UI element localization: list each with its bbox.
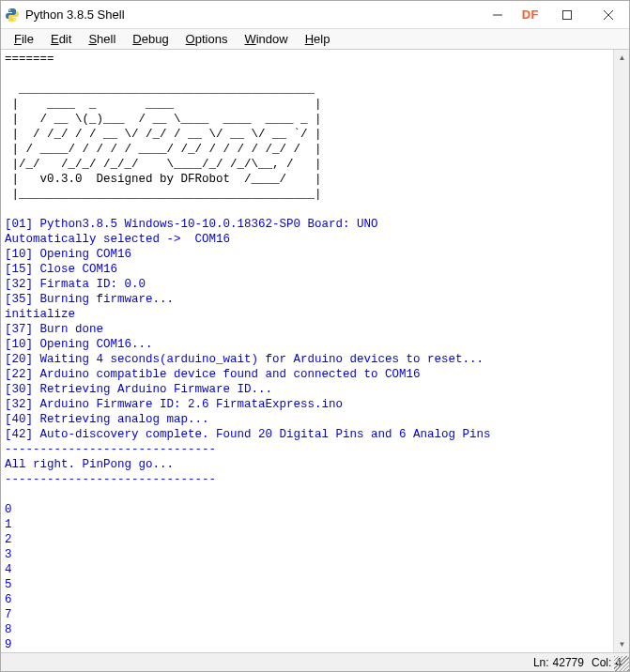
output-line: [35] Burning firmware... xyxy=(5,293,174,306)
svg-point-1 xyxy=(14,19,16,21)
output-line: [22] Arduino compatible device found and… xyxy=(5,368,421,381)
output-line: ======= xyxy=(5,53,54,66)
output-line: [30] Retrieving Arduino Firmware ID... xyxy=(5,383,272,396)
watermark: DF xyxy=(522,8,539,22)
output-num: 3 xyxy=(5,548,12,561)
output-num: 0 xyxy=(5,503,12,516)
output-line: [15] Close COM16 xyxy=(5,263,117,276)
output-line: [10] Opening COM16... xyxy=(5,338,153,351)
output-line: [10] Opening COM16 xyxy=(5,248,131,261)
output-num: 7 xyxy=(5,608,12,621)
svg-point-0 xyxy=(9,9,11,11)
output-num: 9 xyxy=(5,638,12,651)
output-num: 2 xyxy=(5,533,12,546)
output-line: [20] Waiting 4 seconds(arduino_wait) for… xyxy=(5,353,484,366)
menu-help[interactable]: Help xyxy=(298,30,338,48)
output-line: initialize xyxy=(5,308,75,321)
maximize-button[interactable] xyxy=(550,3,584,27)
python-icon xyxy=(5,8,20,23)
line-label: Ln: xyxy=(533,656,549,669)
vertical-scrollbar[interactable]: ▲ ▼ xyxy=(613,50,629,652)
minimize-button[interactable] xyxy=(481,3,515,27)
window-controls: DF xyxy=(481,3,625,27)
console-area: ======= ________________________________… xyxy=(1,50,629,652)
output-line: All right. PinPong go... xyxy=(5,458,174,471)
titlebar[interactable]: Python 3.8.5 Shell DF xyxy=(1,1,629,29)
menubar: File Edit Shell Debug Options Window Hel… xyxy=(1,29,629,50)
output-num: 6 xyxy=(5,593,12,606)
menu-window[interactable]: Window xyxy=(237,30,295,48)
scroll-down-icon[interactable]: ▼ xyxy=(614,636,630,652)
line-number: 42779 xyxy=(553,656,584,669)
output-line: [40] Retrieving analog map... xyxy=(5,413,209,426)
ascii-art: ________________________________________… xyxy=(5,83,322,201)
output-line: [37] Burn done xyxy=(5,323,103,336)
output-num: 1 xyxy=(5,518,12,531)
statusbar: Ln: 42779 Col: 4 xyxy=(1,652,629,671)
menu-file[interactable]: File xyxy=(7,30,41,48)
menu-edit[interactable]: Edit xyxy=(43,30,79,48)
console-output[interactable]: ======= ________________________________… xyxy=(1,50,613,652)
svg-rect-3 xyxy=(563,10,572,19)
menu-debug[interactable]: Debug xyxy=(125,30,176,48)
close-button[interactable] xyxy=(592,3,625,27)
output-num: 8 xyxy=(5,623,12,636)
col-label: Col: xyxy=(592,656,611,669)
output-line: ------------------------------ xyxy=(5,473,216,486)
menu-options[interactable]: Options xyxy=(178,30,236,48)
window-title: Python 3.8.5 Shell xyxy=(25,8,481,22)
output-num: 4 xyxy=(5,563,12,576)
output-line: [32] Arduino Firmware ID: 2.6 FirmataExp… xyxy=(5,398,343,411)
resize-grip-icon[interactable] xyxy=(614,656,629,671)
output-line: [32] Firmata ID: 0.0 xyxy=(5,278,146,291)
output-line: ------------------------------ xyxy=(5,443,216,456)
output-line: Automatically selected -> COM16 xyxy=(5,233,230,246)
output-line: [42] Auto-discovery complete. Found 20 D… xyxy=(5,428,491,441)
menu-shell[interactable]: Shell xyxy=(81,30,123,48)
scroll-up-icon[interactable]: ▲ xyxy=(614,50,630,66)
output-line: [01] Python3.8.5 Windows-10-10.0.18362-S… xyxy=(5,218,378,231)
output-num: 5 xyxy=(5,578,12,591)
